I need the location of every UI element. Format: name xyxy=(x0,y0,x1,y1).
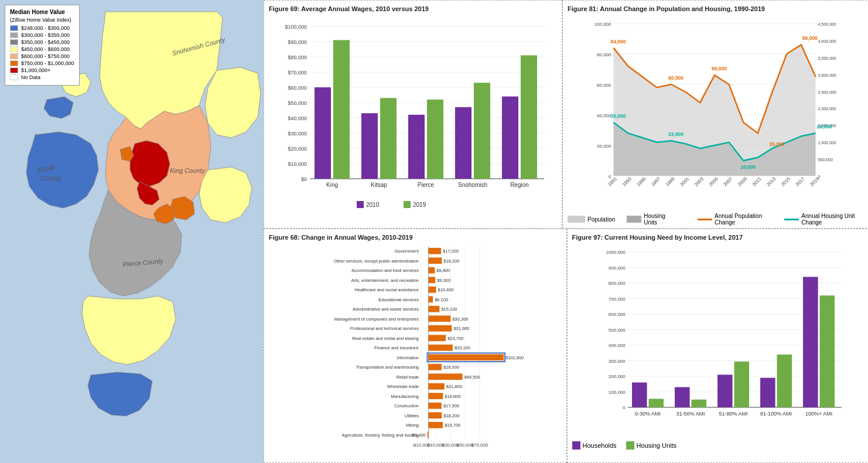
svg-rect-150 xyxy=(429,403,442,409)
legend-title: Median Home Value xyxy=(10,9,74,15)
right-panel: Figure 69: Average Annual Wages, 2010 ve… xyxy=(264,0,868,463)
pop-legend: Population xyxy=(587,216,615,223)
svg-rect-185 xyxy=(648,399,664,407)
svg-text:2019: 2019 xyxy=(413,202,426,208)
housing-units-legend: Housing Units xyxy=(637,442,676,449)
svg-rect-194 xyxy=(777,355,792,407)
svg-text:$10,400: $10,400 xyxy=(438,287,454,292)
fig81-chart: 020,00040,00060,00080,000100,0000500,000… xyxy=(568,15,864,208)
fig69-chart: $0$10,000$20,000$30,000$40,000$50,000$60… xyxy=(269,15,556,214)
svg-text:$17,200: $17,200 xyxy=(443,248,459,254)
svg-rect-39 xyxy=(357,201,364,208)
svg-text:Manufacturing: Manufacturing xyxy=(391,394,419,399)
svg-rect-24 xyxy=(315,87,331,179)
svg-text:200,000: 200,000 xyxy=(608,374,625,379)
svg-text:$18,200: $18,200 xyxy=(443,258,459,264)
svg-text:51-80% AMI: 51-80% AMI xyxy=(719,411,747,417)
svg-rect-41 xyxy=(404,201,411,208)
svg-text:$100,000: $100,000 xyxy=(285,24,307,30)
svg-text:900,000: 900,000 xyxy=(608,265,625,271)
housing-bg-legend: Housing Units xyxy=(644,213,674,226)
svg-text:2003: 2003 xyxy=(693,176,705,187)
svg-text:$18,200: $18,200 xyxy=(443,413,459,418)
svg-rect-104 xyxy=(429,257,442,264)
svg-text:$18,000: $18,000 xyxy=(443,365,459,370)
svg-text:$30,000: $30,000 xyxy=(288,131,307,137)
svg-rect-144 xyxy=(429,383,445,390)
svg-rect-125 xyxy=(429,325,452,332)
svg-rect-128 xyxy=(429,335,446,341)
svg-text:0: 0 xyxy=(818,175,821,179)
svg-text:$17,900: $17,900 xyxy=(443,403,459,408)
svg-text:25,000: 25,000 xyxy=(770,141,785,147)
svg-text:Government: Government xyxy=(395,248,419,254)
svg-rect-34 xyxy=(474,83,490,179)
svg-text:Arts, entertainment, and recre: Arts, entertainment, and recreation xyxy=(351,278,419,283)
fig81-legend: Population Housing Units Annual Populati… xyxy=(568,213,864,226)
svg-text:Kitsap: Kitsap xyxy=(371,182,387,188)
svg-text:3,500,000: 3,500,000 xyxy=(818,56,836,60)
svg-text:Educational services: Educational services xyxy=(378,297,419,302)
svg-rect-191 xyxy=(734,362,749,407)
fig97-title: Figure 97: Current Housing Need by Incom… xyxy=(572,234,865,241)
svg-text:60,000: 60,000 xyxy=(597,83,611,88)
fig68-title: Figure 68: Change in Annual Wages, 2010-… xyxy=(269,234,562,241)
svg-text:20,000: 20,000 xyxy=(597,144,611,149)
svg-text:1993: 1993 xyxy=(621,176,633,187)
svg-text:4,500,000: 4,500,000 xyxy=(818,22,836,26)
svg-rect-159 xyxy=(428,431,429,438)
svg-text:100,000: 100,000 xyxy=(594,22,611,27)
svg-text:2013: 2013 xyxy=(766,176,777,187)
svg-text:$60,000: $60,000 xyxy=(288,85,307,91)
svg-rect-110 xyxy=(429,277,436,283)
svg-text:2009: 2009 xyxy=(737,176,748,187)
svg-rect-116 xyxy=(429,296,433,302)
svg-text:$50,000: $50,000 xyxy=(288,100,307,106)
svg-rect-36 xyxy=(502,97,518,179)
svg-text:$9,300: $9,300 xyxy=(437,278,450,283)
svg-text:King: King xyxy=(326,182,338,188)
svg-text:31-50% AMI: 31-50% AMI xyxy=(676,411,705,417)
svg-text:Wholesale trade: Wholesale trade xyxy=(387,384,419,389)
svg-text:Retail trade: Retail trade xyxy=(397,375,419,380)
svg-text:Agriculture, forestry, fishing: Agriculture, forestry, fishing and hunti… xyxy=(341,433,419,438)
svg-text:$21,800: $21,800 xyxy=(446,384,462,389)
svg-text:$0: $0 xyxy=(301,176,307,182)
svg-text:$40,000: $40,000 xyxy=(288,115,307,121)
top-row: Figure 69: Average Annual Wages, 2010 ve… xyxy=(264,0,868,229)
legend-item: $600,000 - $750,000 xyxy=(10,53,74,59)
map-panel: Median Home Value (Zillow Home Value Ind… xyxy=(0,0,264,463)
svg-text:Healthcare and social assistan: Healthcare and social assistance xyxy=(354,287,419,292)
fig81-title: Figure 81: Annual Change in Population a… xyxy=(568,5,864,12)
svg-text:1,000,000: 1,000,000 xyxy=(818,141,836,145)
svg-text:$23,700: $23,700 xyxy=(447,336,463,341)
svg-rect-193 xyxy=(760,378,775,407)
svg-text:86,000: 86,000 xyxy=(802,35,818,41)
svg-text:$30,300: $30,300 xyxy=(452,316,468,322)
svg-text:$19,700: $19,700 xyxy=(445,423,460,428)
svg-text:Mining: Mining xyxy=(406,423,419,428)
svg-text:4,000,000: 4,000,000 xyxy=(818,39,836,43)
legend-item: No Data xyxy=(10,74,74,80)
fig97-chart: 0100,000200,000300,000400,000500,000600,… xyxy=(572,243,865,437)
svg-rect-187 xyxy=(675,387,690,407)
svg-rect-122 xyxy=(429,315,451,322)
svg-text:$70,000: $70,000 xyxy=(471,442,488,448)
svg-text:$20,000: $20,000 xyxy=(288,146,307,152)
svg-text:$10,000: $10,000 xyxy=(288,161,307,167)
svg-text:$31,900: $31,900 xyxy=(453,326,469,331)
svg-text:700,000: 700,000 xyxy=(608,297,625,302)
svg-text:2011: 2011 xyxy=(751,176,763,187)
svg-text:$90,000: $90,000 xyxy=(288,39,307,45)
svg-text:Professional and technical ser: Professional and technical services xyxy=(350,326,419,331)
svg-text:300,000: 300,000 xyxy=(608,359,625,364)
svg-rect-188 xyxy=(691,400,706,407)
svg-text:400,000: 400,000 xyxy=(608,343,625,348)
svg-rect-141 xyxy=(429,373,463,380)
map-legend: Median Home Value (Zillow Home Value Ind… xyxy=(5,5,80,86)
legend-item: $450,000 - $600,000 xyxy=(10,46,74,52)
king-county-label: King County xyxy=(170,167,206,174)
svg-text:0: 0 xyxy=(623,405,626,410)
svg-text:$33,100: $33,100 xyxy=(454,345,470,350)
svg-rect-153 xyxy=(429,412,442,418)
